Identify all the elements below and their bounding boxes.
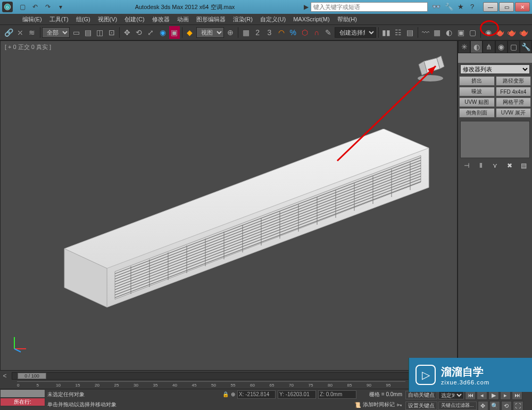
remove-mod-icon[interactable]: ✖ <box>505 161 514 170</box>
percent-snap-icon[interactable]: % <box>288 26 298 39</box>
coord-x[interactable] <box>237 390 276 399</box>
star-icon[interactable]: ★ <box>458 3 466 11</box>
mod-meshsmooth[interactable]: 网格平滑 <box>496 97 531 107</box>
key-filter-button[interactable]: 关键点过滤器... <box>438 401 477 410</box>
time-slider[interactable]: 0 / 100 <box>12 372 446 380</box>
show-end-icon[interactable]: Ⅱ <box>476 161 486 170</box>
tab-utilities[interactable]: 🔧 <box>520 40 532 53</box>
search-input[interactable] <box>311 2 428 12</box>
unlink-icon[interactable]: ⤫ <box>15 26 26 39</box>
minimize-button[interactable]: — <box>483 2 498 12</box>
menu-customize[interactable]: 自定义(U) <box>257 15 289 23</box>
select-manipulate-icon[interactable]: ◉ <box>157 26 168 39</box>
app-icon[interactable]: G <box>2 2 13 12</box>
edit-named-icon[interactable]: ✎ <box>323 26 334 39</box>
viewport[interactable]: [ + 0 正交 0 真实 ] <box>0 40 458 371</box>
status-tab-blank[interactable] <box>0 389 45 398</box>
menu-modifiers[interactable]: 修改器 <box>149 15 173 23</box>
help-icon[interactable]: ? <box>470 3 479 11</box>
lock-icon[interactable]: 🔒 <box>222 391 229 397</box>
modifier-stack[interactable] <box>460 121 530 158</box>
mod-pathdeform[interactable]: 路径变形 <box>496 76 531 86</box>
time-handle[interactable]: 0 / 100 <box>18 373 46 379</box>
modifier-list[interactable]: 修改器列表 <box>460 64 530 74</box>
menu-tools[interactable]: 工具(T) <box>46 15 72 23</box>
search-play-icon[interactable]: ▶ <box>304 3 309 11</box>
render-frame-icon[interactable]: ▢ <box>467 26 478 39</box>
select-region-icon[interactable]: ◫ <box>95 26 105 39</box>
menu-views[interactable]: 视图(V) <box>95 15 121 23</box>
nav-zoom-icon[interactable]: 🔍 <box>489 401 500 410</box>
menu-help[interactable]: 帮助(H) <box>334 15 360 23</box>
timeline-prev-icon[interactable]: < <box>0 372 10 380</box>
render-prod-icon[interactable]: ◉ <box>483 26 493 39</box>
align-icon[interactable]: ☷ <box>393 26 403 39</box>
teapot3-icon[interactable]: 🫖 <box>518 26 529 39</box>
viewport-label[interactable]: [ + 0 正交 0 真实 ] <box>5 43 51 51</box>
maximize-button[interactable]: ▭ <box>499 2 514 12</box>
time-ruler[interactable]: 0 5 10 15 20 25 30 35 40 45 50 55 60 65 … <box>17 381 405 389</box>
ref-coord-system[interactable]: 视图 <box>196 27 224 38</box>
mod-unwrap[interactable]: UVW 展开 <box>496 108 531 118</box>
key-target[interactable]: 选定对象 <box>438 391 464 399</box>
select-similar-icon[interactable]: ▦ <box>240 26 251 39</box>
coord-z[interactable] <box>318 390 356 399</box>
render-setup-icon[interactable]: ▣ <box>455 26 466 39</box>
angle-snap-icon[interactable]: ◠ <box>276 26 287 39</box>
scale-icon[interactable]: ⤢ <box>145 26 156 39</box>
wrench-icon[interactable]: 🔧 <box>445 3 453 11</box>
rotate-icon[interactable]: ⟲ <box>134 26 144 39</box>
viewcube[interactable] <box>414 52 446 84</box>
close-button[interactable]: ✕ <box>515 2 530 12</box>
tab-create[interactable]: ✳ <box>458 40 470 53</box>
configure-icon[interactable]: ▤ <box>519 161 529 170</box>
mod-bevel[interactable]: 倒角剖面 <box>459 108 495 118</box>
tab-motion[interactable]: ◉ <box>495 40 508 53</box>
teapot2-icon[interactable]: 🫖 <box>506 26 517 39</box>
auto-key-button[interactable]: 自动关键点 <box>405 391 437 399</box>
selection-filter[interactable]: 全部 <box>42 27 70 38</box>
mod-extrude[interactable]: 挤出 <box>459 76 495 86</box>
qat-undo-icon[interactable]: ↶ <box>30 2 40 12</box>
magnet-icon[interactable]: ∩ <box>311 26 322 39</box>
bind-icon[interactable]: ≋ <box>27 26 37 39</box>
make-unique-icon[interactable]: ⋎ <box>491 161 500 170</box>
material-icon[interactable]: ◐ <box>444 26 454 39</box>
coord-y[interactable] <box>278 390 316 399</box>
pivot-icon[interactable]: ⊕ <box>225 26 236 39</box>
window-crossing-icon[interactable]: ⊡ <box>106 26 117 39</box>
menu-animation[interactable]: 动画 <box>174 15 192 23</box>
layers-icon[interactable]: ▤ <box>405 26 415 39</box>
spinner-snap-icon[interactable]: ⬡ <box>300 26 310 39</box>
qat-new-icon[interactable]: ▢ <box>17 2 28 12</box>
qat-dropdown-icon[interactable]: ▾ <box>55 2 66 12</box>
menu-edit[interactable]: 编辑(E) <box>19 15 45 23</box>
snap2d-icon[interactable]: 2 <box>252 26 263 39</box>
menu-render[interactable]: 渲染(R) <box>230 15 256 23</box>
binoculars-icon[interactable]: 👓 <box>432 3 440 11</box>
nav-max-icon[interactable]: ⛶ <box>513 401 523 410</box>
mod-ffd[interactable]: FFD 4x4x4 <box>496 87 531 96</box>
qat-redo-icon[interactable]: ↷ <box>43 2 53 12</box>
move-icon[interactable]: ✥ <box>122 26 132 39</box>
menu-maxscript[interactable]: MAXScript(M) <box>290 16 332 22</box>
add-time-tag[interactable]: 添加时间标记 <box>363 401 395 408</box>
schematic-icon[interactable]: ▦ <box>432 26 443 39</box>
mirror-icon[interactable]: ▮▮ <box>381 26 392 39</box>
menu-group[interactable]: 组(G) <box>73 15 94 23</box>
select-name-icon[interactable]: ▤ <box>83 26 94 39</box>
coord-icon[interactable]: ◆ <box>185 26 195 39</box>
model-object[interactable] <box>43 129 431 310</box>
named-selection[interactable]: 创建选择集 <box>335 27 376 38</box>
teapot1-icon[interactable]: 🫖 <box>495 26 505 39</box>
pin-stack-icon[interactable]: ⊣ <box>462 161 471 170</box>
placement-icon[interactable]: ▣ <box>169 26 180 39</box>
mod-uvwmap[interactable]: UVW 贴图 <box>459 97 495 107</box>
tab-hierarchy[interactable]: ⋔ <box>483 40 495 53</box>
nav-pan-icon[interactable]: ✥ <box>478 401 488 410</box>
snap3d-icon[interactable]: 3 <box>264 26 275 39</box>
menu-create[interactable]: 创建(C) <box>121 15 147 23</box>
curve-editor-icon[interactable]: 〰 <box>420 26 431 39</box>
tab-modify[interactable]: ◐ <box>470 40 483 53</box>
mod-noise[interactable]: 噪波 <box>459 87 495 96</box>
